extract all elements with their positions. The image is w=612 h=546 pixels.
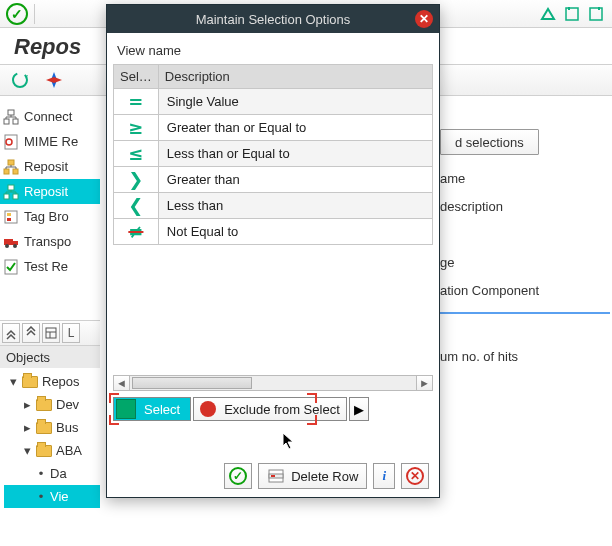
sidebar-item-transport[interactable]: Transpo [0,229,100,254]
option-row[interactable]: ≤Less than or Equal to [114,141,433,167]
collapse-all-icon[interactable] [2,323,20,343]
option-row[interactable]: =Single Value [114,89,433,115]
selection-options-dialog: Maintain Selection Options ✕ View name S… [106,4,440,498]
exclude-label: Exclude from Select [224,402,340,417]
collapse-icon[interactable]: ▾ [8,374,18,389]
tree-row[interactable]: ▸Bus [4,416,100,439]
cancel-button[interactable]: ✕ [401,463,429,489]
scroll-track[interactable] [130,376,416,390]
sidebar-item-label: Tag Bro [24,209,69,224]
tree-row[interactable]: •Vie [4,485,100,508]
horizontal-scrollbar[interactable]: ◄ ► [113,375,433,391]
sidebar-item-label: MIME Re [24,134,78,149]
svg-rect-10 [13,169,18,174]
svg-rect-11 [8,185,14,190]
tree-row[interactable]: ▾Repos [4,370,100,393]
svg-rect-17 [4,239,13,245]
svg-rect-3 [8,110,14,115]
sidebar-item-tag[interactable]: Tag Bro [0,204,100,229]
option-desc: Greater than or Equal to [158,115,432,141]
bg-label: ge [440,248,610,276]
sidebar-item-label: Test Re [24,259,68,274]
dialog-titlebar[interactable]: Maintain Selection Options ✕ [107,5,439,33]
folder-icon [22,376,38,388]
scroll-left-icon[interactable]: ◄ [114,376,130,390]
scroll-thumb[interactable] [132,377,252,389]
more-icon[interactable]: L [62,323,80,343]
col-header-sel[interactable]: Sel… [114,65,159,89]
bg-label: ation Component [440,276,610,304]
ok-button[interactable]: ✓ [224,463,252,489]
delete-row-button[interactable]: Delete Row [258,463,367,489]
page-next-icon[interactable] [586,4,606,24]
exclude-button[interactable]: Exclude from Select [193,397,347,421]
scroll-right-icon[interactable]: ► [416,376,432,390]
tree-row[interactable]: ▾ABA [4,439,100,462]
option-symbol: ≥ [114,115,159,141]
option-row[interactable]: ❮Less than [114,193,433,219]
truck-icon [2,233,20,251]
sidebar-item-test[interactable]: Test Re [0,254,100,279]
option-symbol: ❮ [114,193,159,219]
svg-rect-5 [13,119,18,124]
bg-button-row: d selections [440,128,610,156]
option-symbol: = [114,89,159,115]
option-symbol: ≤ [114,141,159,167]
bg-label: um no. of hits [440,342,610,370]
page-up-icon[interactable] [538,4,558,24]
dialog-body: View name Sel… Description =Single Value… [107,33,439,497]
dialog-button-row: ✓ Delete Row i ✕ [113,463,433,489]
more-options-icon[interactable]: ▶ [349,397,369,421]
selections-button[interactable]: d selections [440,129,539,155]
info-button[interactable]: i [373,463,395,489]
option-row[interactable]: ≠Not Equal to [114,219,433,245]
tree-row[interactable]: ▸Dev [4,393,100,416]
expand-icon[interactable]: ▸ [22,397,32,412]
expand-all-icon[interactable] [22,323,40,343]
option-desc: Single Value [158,89,432,115]
delete-row-label: Delete Row [291,469,358,484]
include-icon [116,399,136,419]
view-name-label: View name [117,43,429,58]
hierarchy-icon [2,108,20,126]
expand-icon[interactable]: ▸ [22,420,32,435]
options-tbody: =Single Value≥Greater than or Equal to≤L… [114,89,433,245]
sidebar-item-mime[interactable]: MIME Re [0,129,100,154]
col-header-desc[interactable]: Description [158,65,432,89]
bullet-icon: • [36,489,46,504]
option-row[interactable]: ≥Greater than or Equal to [114,115,433,141]
ok-icon[interactable]: ✓ [6,3,28,25]
layout-icon[interactable] [42,323,60,343]
refresh-icon[interactable] [10,70,30,90]
svg-rect-12 [4,194,9,199]
dialog-title: Maintain Selection Options [196,12,351,27]
svg-rect-0 [566,8,578,20]
divider [34,4,35,24]
info-icon: i [378,468,390,484]
select-button[interactable]: Select [113,397,191,421]
option-desc: Less than or Equal to [158,141,432,167]
bullet-icon: • [36,466,46,481]
sidebar-item-label: Reposit [24,184,68,199]
bg-label: description [440,192,610,220]
collapse-icon[interactable]: ▾ [22,443,32,458]
page-prev-icon[interactable] [562,4,582,24]
sidebar-item-connect[interactable]: Connect [0,104,100,129]
tree-row[interactable]: •Da [4,462,100,485]
option-desc: Greater than [158,167,432,193]
select-label: Select [144,402,180,417]
sidebar-item-reposit-1[interactable]: Reposit [0,154,100,179]
option-symbol: ❯ [114,167,159,193]
check-icon: ✓ [229,467,247,485]
tree-label: Repos [42,374,80,389]
close-icon[interactable]: ✕ [415,10,433,28]
compass-icon[interactable] [44,70,64,90]
svg-point-19 [5,244,9,248]
bg-row [440,100,610,128]
option-row[interactable]: ❯Greater than [114,167,433,193]
tag-icon [2,208,20,226]
svg-rect-22 [46,328,56,338]
sidebar-item-reposit-2[interactable]: Reposit [0,179,100,204]
bg-label: ame [440,164,610,192]
select-exclude-row: Select Exclude from Select ▶ [113,397,433,421]
